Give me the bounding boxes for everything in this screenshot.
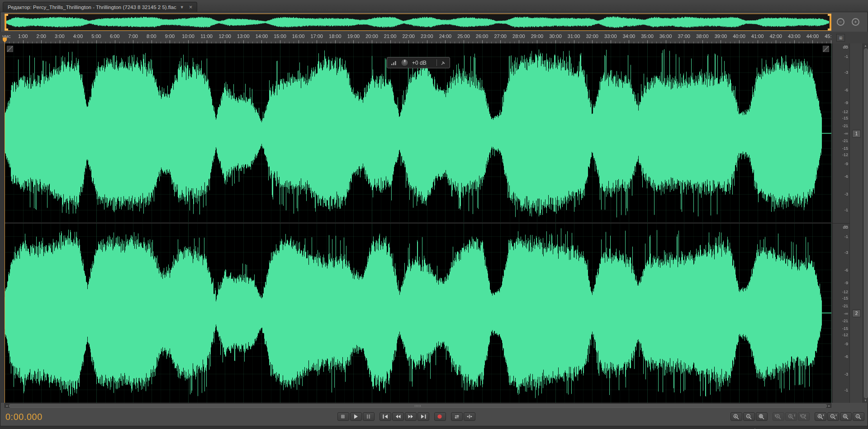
wave-overlay-right-icon[interactable] xyxy=(823,46,829,52)
zoom-to-out-point-button[interactable] xyxy=(785,412,797,421)
ruler-tick xyxy=(464,40,464,43)
ruler-label: 23:00 xyxy=(421,33,433,39)
zoom-out-amplitude-button[interactable] xyxy=(827,412,839,421)
ruler-tick xyxy=(243,40,244,43)
db-ruler-channel-1[interactable]: dB-1-1-3-3-6-6-9-9-12-12-15-15-21-21-∞ xyxy=(833,43,850,223)
playhead-line[interactable] xyxy=(5,43,5,403)
db-label: -9 xyxy=(844,162,848,166)
ruler-label: 39:00 xyxy=(715,33,727,39)
zoom-in-amplitude-icon xyxy=(817,414,825,420)
ruler-tick xyxy=(592,40,593,43)
transport-play-button[interactable] xyxy=(350,412,362,421)
ruler-tick xyxy=(482,40,483,43)
db-label: -6 xyxy=(844,88,848,92)
ruler-label: 22:00 xyxy=(402,33,415,39)
zoom-in-amplitude-button[interactable] xyxy=(815,412,826,421)
ruler-label: 38:00 xyxy=(696,33,709,39)
time-display[interactable]: 0:00.000 xyxy=(5,412,43,422)
ruler-label: 29:00 xyxy=(531,33,544,39)
ruler-tick xyxy=(702,40,703,43)
navigator-zoom-out-icon[interactable]: − xyxy=(837,18,844,26)
ruler-label: 33:00 xyxy=(604,33,617,39)
transport-loop-playback-button[interactable] xyxy=(451,412,463,421)
ruler-tick xyxy=(794,40,795,43)
channel-2-badge[interactable]: 2 xyxy=(852,310,861,317)
overview-row: − + xyxy=(0,14,868,31)
ruler-label: 4:00 xyxy=(73,33,83,39)
navigator-right-handle[interactable] xyxy=(830,14,831,30)
db-label: -1 xyxy=(844,55,848,59)
amplitude-ruler[interactable]: dB-1-1-3-3-6-6-9-9-12-12-15-15-21-21-∞dB… xyxy=(832,43,850,403)
zoom-to-in-point-button[interactable] xyxy=(773,412,784,421)
gain-knob[interactable] xyxy=(401,59,408,67)
scroll-up-icon[interactable]: ▲ xyxy=(863,43,868,48)
zoom-navigator[interactable] xyxy=(5,14,831,31)
overview-waveform-canvas[interactable] xyxy=(6,15,829,29)
ruler-tick xyxy=(445,40,446,43)
db-label: -9 xyxy=(844,101,848,105)
zoom-out-time-button[interactable] xyxy=(743,412,755,421)
ruler-tick xyxy=(41,40,42,43)
ruler-label: 9:00 xyxy=(165,33,175,39)
db-ruler-channel-2[interactable]: dB-1-1-3-3-6-6-9-9-12-12-15-15-21-21-∞ xyxy=(833,223,850,403)
ruler-label: 32:00 xyxy=(586,33,598,39)
channel-1-badge[interactable]: 1 xyxy=(852,130,861,138)
transport-stop-button[interactable] xyxy=(337,412,349,421)
ruler-options-icon[interactable]: ⊞ xyxy=(836,34,845,42)
vertical-scroll-thumb[interactable] xyxy=(864,48,868,398)
ruler-tick xyxy=(555,40,556,43)
hud-pin-icon[interactable] xyxy=(441,60,446,66)
scroll-right-icon[interactable]: ▸ xyxy=(828,404,830,408)
wave-overlay-left-icon[interactable] xyxy=(7,46,13,52)
vertical-scrollbar[interactable]: ▲ ▼ xyxy=(863,43,868,403)
ruler-label: 7:00 xyxy=(128,33,138,39)
ruler-ticks: 1:002:003:004:005:006:007:008:009:0010:0… xyxy=(0,32,831,43)
transport-rewind-button[interactable] xyxy=(392,412,404,421)
waveform-view[interactable]: +0 dB xyxy=(5,43,831,403)
chevron-down-icon[interactable]: ▼ xyxy=(180,5,184,10)
zoom-in-full-button[interactable] xyxy=(840,412,852,421)
ruler-label: 12:00 xyxy=(218,33,231,39)
transport-group xyxy=(379,412,429,421)
zoom-out-full-icon xyxy=(758,414,766,420)
transport-controls xyxy=(337,412,480,421)
navigator-zoom-in-icon[interactable]: + xyxy=(852,18,859,26)
db-label: -3 xyxy=(844,192,848,196)
zoom-out-all-button[interactable] xyxy=(853,412,864,421)
ruler-label: 27:00 xyxy=(494,33,507,39)
ruler-tick xyxy=(299,40,299,43)
db-label-infinity: -∞ xyxy=(844,131,848,135)
scroll-left-icon[interactable]: ◂ xyxy=(6,404,8,408)
ruler-tick xyxy=(170,40,170,43)
transport-skip-to-start-button[interactable] xyxy=(379,412,391,421)
transport-pause-button[interactable] xyxy=(363,412,375,421)
gain-value[interactable]: +0 dB xyxy=(412,60,427,66)
db-label: -12 xyxy=(842,110,848,114)
close-icon[interactable]: × xyxy=(189,4,193,10)
ruler-tick xyxy=(666,40,666,43)
ruler-label: 41:00 xyxy=(751,33,764,39)
ruler-label: 40:00 xyxy=(733,33,745,39)
transport-skip-to-end-button[interactable] xyxy=(417,412,429,421)
audition-window: Редактор: Percy_Thrills_Thrillington - T… xyxy=(0,0,868,429)
horizontal-scroll-thumb[interactable] xyxy=(9,404,827,408)
transport-record-button[interactable] xyxy=(434,412,446,421)
ruler-label: 2:00 xyxy=(36,33,46,39)
zoom-in-time-button[interactable] xyxy=(730,412,742,421)
timeline-ruler[interactable]: чмс 1:002:003:004:005:006:007:008:009:00… xyxy=(0,32,868,44)
db-label: -3 xyxy=(844,372,848,377)
main-waveform-canvas[interactable] xyxy=(5,43,831,403)
ruler-tick xyxy=(629,40,629,43)
horizontal-scrollbar[interactable]: ◂ ▸ xyxy=(5,403,831,408)
zoom-to-selection-button[interactable] xyxy=(798,412,810,421)
transport-skip-selection-button[interactable] xyxy=(464,412,475,421)
stop-icon xyxy=(340,414,347,419)
scroll-down-icon[interactable]: ▼ xyxy=(863,398,868,403)
transport-fast-forward-button[interactable] xyxy=(405,412,417,421)
db-label: -15 xyxy=(842,147,848,151)
ruler-tick xyxy=(353,40,354,43)
record-icon xyxy=(436,414,444,419)
editor-tab[interactable]: Редактор: Percy_Thrills_Thrillington - T… xyxy=(3,2,197,12)
ruler-tick xyxy=(500,40,501,43)
zoom-out-full-button[interactable] xyxy=(756,412,768,421)
